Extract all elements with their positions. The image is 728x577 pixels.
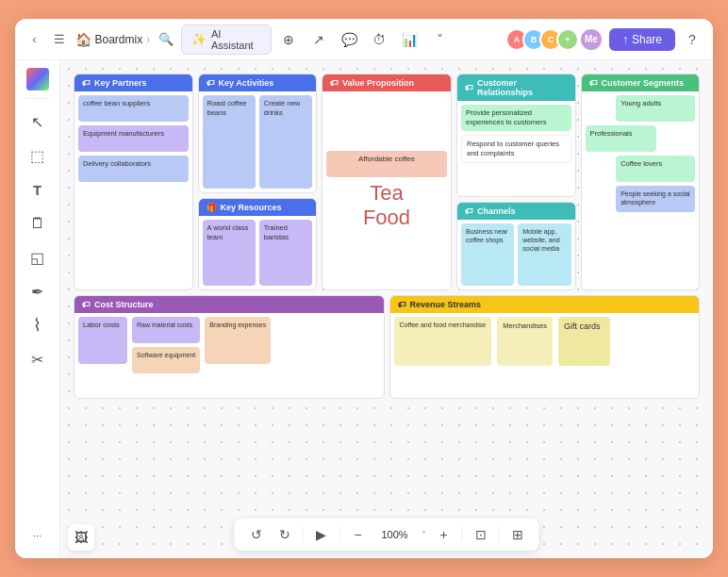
sticky-cost-3[interactable]: Software equipment	[132, 347, 200, 373]
comment-icon[interactable]: 💬	[338, 28, 360, 51]
share-icon: ↑	[622, 33, 628, 46]
toolbar-sep-3	[462, 527, 463, 542]
key-resources-cell: 🎁 Key Resources A world class team Train…	[198, 198, 318, 290]
key-activities-icon: 🏷	[207, 78, 215, 88]
pen-tool[interactable]: ✒	[23, 276, 53, 306]
key-resources-header: 🎁 Key Resources	[199, 199, 317, 216]
vp-icon: 🏷	[330, 78, 339, 88]
menu-button[interactable]: ☰	[50, 29, 70, 50]
zoom-in-button[interactable]: +	[434, 524, 455, 545]
undo-button[interactable]: ↺	[246, 524, 267, 545]
cost-structure-icon: 🏷	[82, 300, 91, 309]
revenue-streams-icon: 🏷	[398, 300, 406, 309]
sticky-ch-2[interactable]: Mobile app, website, and social media	[518, 223, 571, 286]
chart-icon[interactable]: 📊	[398, 28, 421, 51]
sticky-cs-1[interactable]: Young adults	[616, 95, 695, 122]
channels-cell: 🏷 Channels Business near coffee shops Mo…	[456, 202, 576, 290]
cost-structure-cell: 🏷 Cost Structure Labor costs Raw materia…	[74, 295, 385, 399]
sticky-rs-3[interactable]: Gift cards	[558, 317, 610, 366]
channels-icon: 🏷	[465, 206, 473, 216]
revenue-streams-label: Revenue Streams	[410, 300, 482, 309]
sticky-kp-2[interactable]: Equipment manufacturers	[78, 125, 189, 152]
more-tools-button[interactable]: ···	[23, 520, 53, 551]
revenue-streams-cell: 🏷 Revenue Streams Coffee and food mercha…	[389, 295, 701, 399]
sticky-ka-2[interactable]: Create new drinks	[259, 95, 312, 189]
vp-body: Affordable coffee TeaFood	[323, 91, 451, 289]
cs-label: Customer Segments	[602, 78, 685, 88]
more-tools-icon[interactable]: ˅	[428, 28, 451, 51]
frame-tool[interactable]: ⬚	[23, 140, 53, 171]
ai-assistant-button[interactable]: ✨ AI Assistant	[181, 25, 272, 55]
sticky-cs-3[interactable]: Coffee lovers	[616, 156, 695, 182]
sticky-cr-2[interactable]: Respond to customer queries and complain…	[461, 135, 571, 163]
sticky-ch-1[interactable]: Business near coffee shops	[461, 223, 514, 286]
zoom-dropdown-icon[interactable]: ˅	[422, 530, 426, 540]
back-button[interactable]: ‹	[25, 29, 44, 50]
shape-tool[interactable]: ◱	[23, 242, 53, 272]
sticky-rs-1[interactable]: Coffee and food merchandise	[394, 317, 492, 366]
value-proposition-cell: 🏷 Value Proposition Affordable coffee Te…	[322, 74, 452, 290]
connector-icon[interactable]: ↗	[307, 28, 330, 51]
ka-kr-wrapper: 🏷 Key Activities Roast coffee beans Crea…	[198, 74, 318, 290]
sticky-kr-2[interactable]: Trained baristas	[259, 220, 312, 286]
separator-1	[26, 98, 49, 99]
key-partners-icon: 🏷	[82, 78, 91, 88]
ai-assistant-label: AI Assistant	[211, 28, 261, 51]
revenue-streams-header: 🏷 Revenue Streams	[390, 296, 700, 313]
share-button[interactable]: ↑ Share	[609, 28, 675, 51]
zoom-out-button[interactable]: −	[348, 524, 369, 545]
fit-screen-button[interactable]: ⊡	[471, 524, 491, 545]
channels-header: 🏷 Channels	[457, 203, 575, 220]
sticky-kp-1[interactable]: coffee bean suppliers	[78, 95, 189, 122]
play-button[interactable]: ▶	[311, 524, 332, 545]
sticky-cost-1[interactable]: Labor costs	[78, 317, 127, 364]
titlebar-left: ‹ ☰ 🏠 Boardmix › 🔍 ✨ AI Assistant	[25, 25, 272, 55]
canvas-area[interactable]: 🏷 Key Partners coffee bean suppliers Equ…	[60, 60, 713, 558]
sticky-kr-1[interactable]: A world class team	[203, 220, 256, 286]
bmc-bottom-row: 🏷 Cost Structure Labor costs Raw materia…	[74, 295, 700, 399]
canvas-bottom-left-icon[interactable]: 🖼	[68, 524, 94, 551]
cr-body: Provide personalized experiences to cust…	[457, 101, 575, 196]
sticky-cs-4[interactable]: People seeking a social atmosphere	[616, 186, 695, 212]
cr-label: Customer Relationships	[477, 78, 568, 97]
sticky-vp-1[interactable]: Affordable coffee	[326, 151, 447, 177]
titlebar: ‹ ☰ 🏠 Boardmix › 🔍 ✨ AI Assistant ⊕ ↗ 💬 …	[15, 19, 713, 60]
value-proposition-header: 🏷 Value Proposition	[323, 74, 451, 91]
toolbar-sep-4	[499, 527, 500, 542]
sticky-cs-2[interactable]: Professionals	[586, 125, 657, 152]
sticky-cost-4[interactable]: Branding expenses	[205, 317, 271, 364]
avatar-group: A B C +	[505, 28, 579, 51]
sticky-ka-1[interactable]: Roast coffee beans	[203, 95, 256, 189]
sticky-kp-3[interactable]: Delivery collaborators	[78, 156, 189, 182]
key-activities-label: Key Activities	[219, 78, 274, 88]
select-tool[interactable]: ↖	[23, 107, 53, 137]
redo-button[interactable]: ↻	[274, 524, 295, 545]
cs-icon: 🏷	[589, 78, 598, 88]
channels-label: Channels	[477, 206, 516, 216]
sticky-cost-2[interactable]: Raw material costs	[132, 317, 200, 343]
sticky-cr-1[interactable]: Provide personalized experiences to cust…	[461, 105, 571, 131]
timer-icon[interactable]: ⏱	[368, 28, 390, 51]
grid-button[interactable]: ⊞	[507, 524, 528, 545]
sticky-tool[interactable]: 🗒	[23, 208, 53, 239]
scissors-tool[interactable]: ✂	[23, 344, 53, 374]
cost-structure-header: 🏷 Cost Structure	[74, 296, 384, 313]
bottom-toolbar: ↺ ↻ ▶ − 100% ˅ + ⊡ ⊞	[235, 519, 539, 551]
sticky-rs-2[interactable]: Merchandises	[497, 317, 553, 366]
help-icon[interactable]: ?	[681, 28, 703, 51]
avatar-current-user: Me	[579, 27, 604, 52]
cost-structure-label: Cost Structure	[94, 300, 154, 309]
key-resources-body: A world class team Trained baristas	[199, 216, 317, 289]
key-resources-label: Key Resources	[221, 203, 282, 212]
add-shape-icon[interactable]: ⊕	[277, 28, 300, 51]
key-activities-header: 🏷 Key Activities	[199, 74, 317, 91]
channels-body: Business near coffee shops Mobile app, w…	[457, 220, 575, 289]
app-window: ‹ ☰ 🏠 Boardmix › 🔍 ✨ AI Assistant ⊕ ↗ 💬 …	[15, 19, 713, 558]
titlebar-center: ⊕ ↗ 💬 ⏱ 📊 ˅	[277, 28, 451, 51]
color-picker[interactable]	[26, 68, 49, 91]
share-label: Share	[632, 33, 662, 46]
search-button[interactable]: 🔍	[156, 29, 175, 50]
connector-tool[interactable]: ⌇	[23, 310, 53, 340]
breadcrumb-label: Boardmix	[95, 33, 143, 46]
text-tool[interactable]: T	[23, 174, 53, 205]
